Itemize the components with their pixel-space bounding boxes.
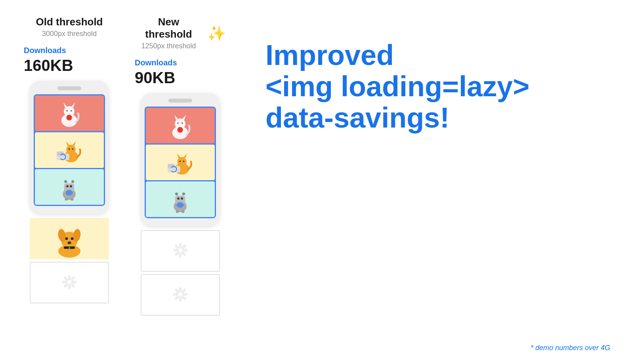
svg-rect-23	[65, 198, 68, 200]
improved-line3: data-savings!	[265, 102, 449, 133]
phone-notch-new	[168, 99, 192, 103]
svg-point-4	[67, 110, 68, 112]
svg-marker-2	[64, 103, 67, 108]
new-below-fold	[141, 230, 220, 316]
svg-rect-37	[71, 280, 76, 283]
old-below-dog-yellow	[30, 218, 109, 259]
svg-point-19	[71, 180, 74, 183]
old-phone-mockup	[30, 81, 109, 214]
svg-point-64	[177, 202, 184, 208]
svg-point-48	[178, 127, 183, 133]
new-downloads-label: Downloads	[135, 58, 177, 67]
svg-point-18	[64, 180, 67, 183]
svg-marker-45	[182, 115, 186, 120]
old-image-cat-yellow	[35, 132, 104, 168]
old-threshold-title: Old threshold	[36, 16, 103, 28]
improved-title: Improved <img loading=lazy> data-savings…	[265, 40, 610, 134]
svg-rect-78	[182, 293, 187, 295]
new-threshold-subtitle: 1250px threshold	[135, 42, 202, 50]
info-section: Improved <img loading=lazy> data-savings…	[250, 16, 610, 142]
svg-point-33	[69, 247, 71, 249]
new-threshold-column: New threshold 1250px threshold ✨ Downloa…	[135, 16, 226, 316]
svg-point-63	[181, 198, 183, 200]
svg-point-6	[67, 115, 72, 120]
svg-point-12	[72, 149, 74, 150]
old-threshold-subtitle: 3000px threshold	[36, 30, 103, 38]
svg-rect-68	[179, 252, 182, 257]
svg-point-31	[67, 242, 71, 244]
new-threshold-text: New threshold 1250px threshold	[135, 16, 202, 50]
svg-marker-51	[177, 154, 181, 158]
svg-rect-69	[173, 249, 178, 252]
svg-marker-10	[73, 141, 76, 146]
loading-icon-new-2	[170, 284, 190, 306]
old-loading-placeholder	[30, 262, 109, 303]
svg-point-20	[67, 185, 69, 187]
phone-notch	[57, 86, 81, 90]
svg-rect-34	[68, 274, 71, 280]
svg-point-30	[71, 237, 74, 240]
new-loading-placeholder-2	[141, 274, 220, 316]
svg-rect-24	[71, 198, 74, 200]
svg-point-5	[71, 110, 73, 112]
svg-rect-14	[57, 152, 64, 156]
sparkle-icon: ✨	[207, 26, 226, 41]
new-threshold-header-row: New threshold 1250px threshold ✨	[135, 16, 226, 50]
svg-point-62	[178, 198, 180, 200]
svg-rect-65	[176, 211, 179, 213]
svg-point-53	[180, 161, 181, 162]
old-image-cat-red	[35, 95, 104, 131]
svg-point-54	[183, 161, 185, 162]
svg-rect-66	[182, 211, 185, 213]
svg-point-21	[70, 185, 72, 187]
main-container: Old threshold 3000px threshold Downloads…	[0, 0, 634, 364]
old-below-fold	[30, 218, 109, 303]
svg-rect-70	[182, 249, 187, 252]
svg-point-47	[182, 122, 183, 124]
new-image-cat-yellow	[146, 145, 215, 180]
new-downloads-size: 90KB	[135, 69, 175, 87]
svg-marker-52	[183, 154, 187, 158]
old-image-dog-teal	[35, 169, 104, 205]
new-threshold-header: New threshold 1250px threshold ✨	[135, 16, 226, 50]
svg-point-22	[66, 190, 73, 195]
new-loading-placeholder-1	[141, 230, 220, 272]
svg-rect-56	[168, 164, 175, 168]
svg-rect-76	[179, 296, 182, 301]
new-threshold-title: New threshold	[135, 16, 202, 40]
svg-rect-35	[68, 284, 71, 289]
new-phone-screen	[145, 107, 216, 218]
new-phone-mockup	[141, 93, 220, 226]
demo-note: * demo numbers over 4G	[531, 344, 610, 352]
svg-marker-44	[175, 115, 178, 120]
svg-rect-77	[173, 293, 178, 295]
old-downloads-size: 160KB	[24, 57, 73, 74]
improved-line2: <img loading=lazy>	[265, 71, 529, 102]
improved-line1: Improved	[265, 39, 394, 71]
svg-marker-9	[66, 141, 70, 146]
svg-point-8	[67, 145, 76, 154]
svg-rect-75	[179, 287, 182, 292]
loading-icon-old	[59, 272, 79, 293]
old-threshold-header: Old threshold 3000px threshold	[36, 16, 103, 38]
svg-point-61	[182, 192, 185, 195]
svg-rect-67	[179, 243, 182, 248]
old-phone-screen	[34, 94, 105, 206]
new-image-cat-red	[146, 108, 215, 143]
old-threshold-column: Old threshold 3000px threshold Downloads…	[24, 16, 115, 316]
svg-rect-36	[62, 280, 67, 283]
new-image-dog-teal	[146, 181, 215, 217]
svg-point-29	[65, 237, 68, 240]
loading-icon-new-1	[170, 240, 190, 262]
svg-point-11	[69, 149, 70, 150]
svg-point-60	[175, 192, 178, 195]
comparison-section: Old threshold 3000px threshold Downloads…	[24, 16, 226, 316]
svg-point-46	[178, 122, 179, 124]
svg-marker-3	[71, 103, 75, 108]
svg-point-50	[178, 157, 187, 166]
old-downloads-label: Downloads	[24, 46, 66, 55]
